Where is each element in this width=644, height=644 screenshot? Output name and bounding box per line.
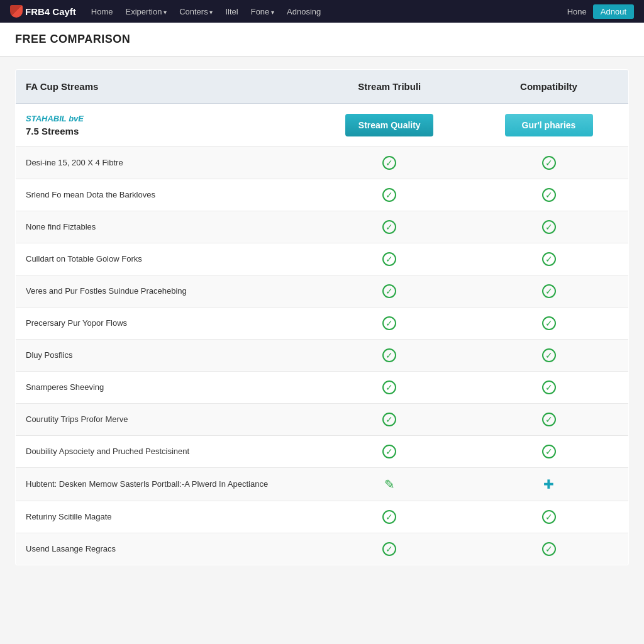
- nav-item-iltel[interactable]: Iltel: [225, 6, 238, 16]
- nav-item-exipertion[interactable]: Exipertion: [126, 6, 167, 16]
- table-row: Courutity Trips Profor Merve✓✓: [16, 404, 629, 436]
- table-row: Desi-ine 15, 200 X 4 Fibtre✓✓: [16, 147, 629, 179]
- cross-plus-icon: ✚: [543, 477, 554, 491]
- page-header: FREE COMPARISON: [0, 23, 644, 57]
- nav-item-adnosing[interactable]: Adnosing: [287, 6, 321, 16]
- check-icon: ✓: [382, 252, 396, 266]
- check-icon: ✓: [382, 348, 396, 362]
- col-header-feature: FA Cup Streams: [16, 70, 310, 104]
- product-info-cell: STAHABIL bvE 7.5 Streems: [16, 104, 310, 147]
- feature-cell: Courutity Trips Profor Merve: [16, 404, 310, 436]
- table-header-row: FA Cup Streams Stream Tribuli Compatibil…: [16, 70, 629, 104]
- check-icon: ✓: [382, 413, 396, 426]
- feature-cell: Culldart on Totable Golow Forks: [16, 243, 310, 275]
- shield-icon: [10, 5, 23, 18]
- feature-cell: Veres and Pur Fostles Suindue Pracehebin…: [16, 275, 310, 308]
- table-row: Precersary Pur Yopor Flows✓✓: [16, 308, 629, 340]
- gurl-pharies-button[interactable]: Gur'l pharies: [505, 114, 593, 136]
- nav-item-fone[interactable]: Fone: [251, 6, 274, 16]
- stream-check-cell: ✓: [310, 501, 470, 533]
- stream-check-cell: ✓: [310, 211, 470, 243]
- check-icon: ✓: [542, 316, 556, 330]
- stream-check-cell: ✓: [310, 404, 470, 436]
- nav-right: Hone Adnout: [567, 4, 634, 19]
- adnout-button[interactable]: Adnout: [593, 4, 634, 19]
- brand-logo[interactable]: FRB4 Cayft: [10, 5, 76, 18]
- nav-hone-link[interactable]: Hone: [567, 7, 587, 16]
- feature-cell: Dluy Posflics: [16, 340, 310, 372]
- compat-check-cell: ✓: [469, 501, 629, 533]
- main-content: FA Cup Streams Stream Tribuli Compatibil…: [0, 57, 644, 578]
- compat-check-cell: ✓: [469, 275, 629, 308]
- compat-check-cell: ✓: [469, 436, 629, 468]
- stream-check-cell: ✓: [310, 243, 470, 275]
- table-row: Culldart on Totable Golow Forks✓✓: [16, 243, 629, 275]
- compat-check-cell: ✓: [469, 372, 629, 404]
- compat-check-cell: ✓: [469, 404, 629, 436]
- stream-check-cell: ✓: [310, 308, 470, 340]
- product-streams-label: 7.5 Streems: [26, 126, 300, 136]
- stream-quality-button[interactable]: Stream Quality: [345, 114, 433, 136]
- brand-name: FRB4 Cayft: [25, 6, 76, 17]
- feature-cell: Doubility Apsociety and Pruched Pestcisi…: [16, 436, 310, 468]
- nav-item-home[interactable]: Home: [91, 6, 113, 16]
- check-icon: ✓: [542, 542, 556, 556]
- check-icon: ✓: [542, 252, 556, 266]
- page-title: FREE COMPARISON: [15, 33, 629, 46]
- feature-cell: Hubtent: Desken Memow Sasterls Portball:…: [16, 468, 310, 501]
- check-icon: ✓: [382, 380, 396, 394]
- table-row: Veres and Pur Fostles Suindue Pracehebin…: [16, 275, 629, 308]
- check-icon: ✓: [542, 510, 556, 524]
- check-icon: ✓: [542, 380, 556, 394]
- check-icon: ✓: [382, 220, 396, 234]
- feature-cell: Desi-ine 15, 200 X 4 Fibtre: [16, 147, 310, 179]
- col-header-compat: Compatibilty: [469, 70, 629, 104]
- check-icon: ✓: [542, 413, 556, 426]
- feature-cell: Usend Lasange Regracs: [16, 533, 310, 565]
- product-btn1-cell: Stream Quality: [310, 104, 470, 147]
- table-row: Srlend Fo mean Dota the Barkloves✓✓: [16, 179, 629, 211]
- stream-check-cell: ✓: [310, 275, 470, 308]
- compat-check-cell: ✚: [469, 468, 629, 501]
- navbar: FRB4 Cayft Home Exipertion Conters Iltel…: [0, 0, 644, 23]
- nav-item-conters[interactable]: Conters: [179, 6, 213, 16]
- compat-check-cell: ✓: [469, 211, 629, 243]
- feature-cell: None find Fiztables: [16, 211, 310, 243]
- table-row: Returiny Scitille Magate✓✓: [16, 501, 629, 533]
- stream-check-cell: ✓: [310, 179, 470, 211]
- check-icon: ✓: [382, 542, 396, 556]
- check-icon: ✓: [382, 316, 396, 330]
- feature-cell: Srlend Fo mean Dota the Barkloves: [16, 179, 310, 211]
- stream-check-cell: ✎: [310, 468, 470, 501]
- compat-check-cell: ✓: [469, 308, 629, 340]
- check-icon: ✓: [542, 348, 556, 362]
- check-icon: ✓: [382, 510, 396, 524]
- comparison-table: FA Cup Streams Stream Tribuli Compatibil…: [15, 69, 629, 565]
- product-btn2-cell: Gur'l pharies: [469, 104, 629, 147]
- col-header-stream: Stream Tribuli: [310, 70, 470, 104]
- compat-check-cell: ✓: [469, 179, 629, 211]
- table-row: Snamperes Sheeving✓✓: [16, 372, 629, 404]
- table-row: Doubility Apsociety and Pruched Pestcisi…: [16, 436, 629, 468]
- table-row: None find Fiztables✓✓: [16, 211, 629, 243]
- feature-cell: Returiny Scitille Magate: [16, 501, 310, 533]
- check-icon: ✓: [382, 188, 396, 202]
- stream-check-cell: ✓: [310, 533, 470, 565]
- compat-check-cell: ✓: [469, 340, 629, 372]
- stream-check-cell: ✓: [310, 436, 470, 468]
- nav-menu: Home Exipertion Conters Iltel Fone Adnos…: [91, 6, 567, 16]
- pencil-icon: ✎: [384, 477, 395, 491]
- stream-check-cell: ✓: [310, 372, 470, 404]
- product-highlight-row: STAHABIL bvE 7.5 Streems Stream Quality …: [16, 104, 629, 147]
- table-row: Usend Lasange Regracs✓✓: [16, 533, 629, 565]
- compat-check-cell: ✓: [469, 533, 629, 565]
- check-icon: ✓: [542, 188, 556, 202]
- check-icon: ✓: [542, 220, 556, 234]
- check-icon: ✓: [382, 284, 396, 298]
- feature-cell: Snamperes Sheeving: [16, 372, 310, 404]
- compat-check-cell: ✓: [469, 147, 629, 179]
- stream-check-cell: ✓: [310, 147, 470, 179]
- product-name-tag: STAHABIL bvE: [26, 114, 300, 123]
- check-icon: ✓: [382, 445, 396, 458]
- feature-cell: Precersary Pur Yopor Flows: [16, 308, 310, 340]
